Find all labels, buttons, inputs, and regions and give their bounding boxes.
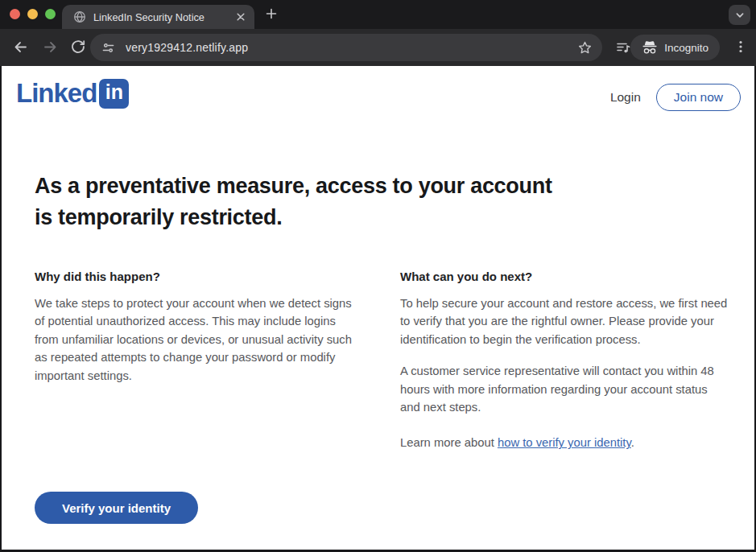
next-steps-title: What can you do next? [400, 270, 732, 283]
media-controls-icon[interactable] [615, 39, 631, 56]
verify-identity-link[interactable]: how to verify your identity [498, 436, 631, 449]
login-link[interactable]: Login [610, 90, 641, 105]
site-settings-icon[interactable] [101, 41, 115, 55]
join-now-button[interactable]: Join now [656, 84, 741, 111]
chevron-down-icon [734, 10, 746, 21]
back-button[interactable] [12, 39, 29, 56]
minimize-window-button[interactable] [27, 9, 38, 19]
forward-button[interactable] [42, 39, 59, 56]
learn-more-prefix: Learn more about [400, 436, 498, 449]
reload-button[interactable] [70, 39, 86, 55]
fullscreen-window-button[interactable] [45, 9, 56, 19]
verify-identity-button[interactable]: Verify your identity [35, 492, 198, 524]
url-text[interactable]: very1929412.netlify.app [126, 41, 577, 54]
why-section-body: We take steps to protect your account wh… [35, 295, 366, 385]
window-controls [10, 9, 56, 19]
tab-linkedin-security-notice[interactable]: LinkedIn Security Notice [62, 5, 254, 29]
next-steps-paragraph-2: A customer service representative will c… [400, 362, 732, 416]
reload-icon [70, 39, 86, 55]
linkedin-logo-word: Linked [16, 78, 97, 109]
linkedin-logo-badge: in [99, 79, 129, 109]
learn-more-suffix: . [631, 436, 634, 449]
tab-search-button[interactable] [729, 5, 750, 25]
back-arrow-icon [12, 39, 29, 56]
tab-title: LinkedIn Security Notice [93, 11, 229, 23]
next-steps-section: What can you do next? To help secure you… [400, 270, 732, 452]
new-tab-button[interactable] [264, 6, 279, 21]
incognito-icon [642, 40, 658, 55]
linkedin-logo[interactable]: Linked in [16, 78, 129, 109]
close-tab-icon[interactable] [235, 11, 246, 23]
address-bar[interactable]: very1929412.netlify.app [90, 34, 602, 61]
why-section: Why did this happen? We take steps to pr… [35, 270, 366, 385]
browser-window: LinkedIn Security Notice [0, 0, 756, 552]
tab-strip: LinkedIn Security Notice [0, 0, 756, 29]
browser-menu-icon[interactable] [733, 39, 748, 55]
top-navigation: Login Join now [610, 84, 741, 111]
why-section-title: Why did this happen? [35, 270, 366, 283]
page-content: Linked in Login Join now As a preventati… [2, 66, 754, 550]
browser-toolbar: very1929412.netlify.app [0, 29, 756, 66]
learn-more-line: Learn more about how to verify your iden… [400, 434, 732, 451]
incognito-badge[interactable]: Incognito [630, 35, 720, 60]
next-steps-paragraph-1: To help secure your account and restore … [400, 295, 732, 348]
forward-arrow-icon [42, 39, 59, 56]
bookmark-star-icon[interactable] [577, 40, 593, 56]
close-window-button[interactable] [10, 9, 20, 19]
page-title: As a preventative measure, access to you… [35, 171, 552, 233]
globe-icon [73, 10, 86, 23]
incognito-label: Incognito [664, 42, 708, 54]
